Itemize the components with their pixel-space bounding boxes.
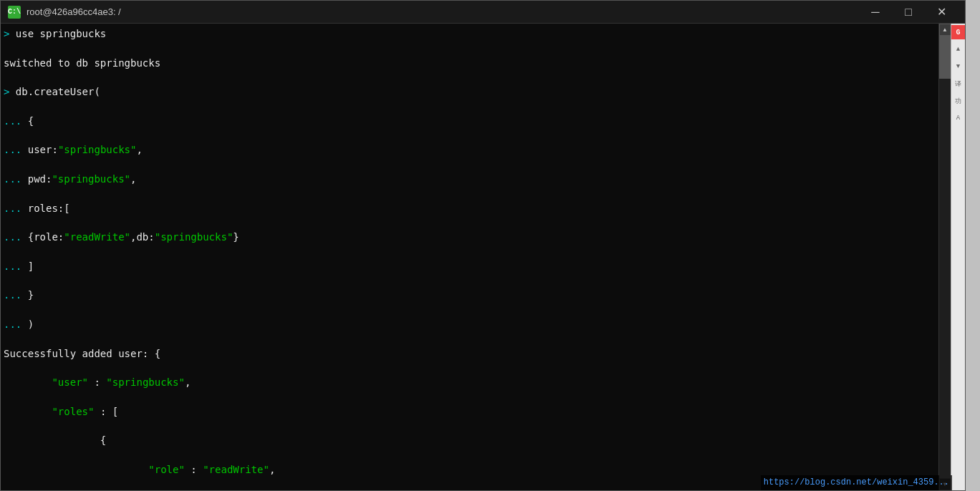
line-9: ... ] (4, 259, 936, 273)
sidebar-arrow-up-item[interactable]: ▲ (951, 42, 966, 57)
terminal-output[interactable]: > use springbucks switched to db springb… (1, 24, 938, 490)
sidebar-g-item[interactable]: G (951, 25, 966, 39)
window-controls: ─ □ ✕ (859, 1, 958, 24)
line-15: { (4, 433, 936, 447)
scrollbar[interactable]: ▲ ▼ (938, 24, 951, 490)
maximize-button[interactable]: □ (892, 1, 925, 24)
terminal-window: C:\ root@426a96cc4ae3: / ─ □ ✕ > use spr… (0, 0, 966, 491)
line-7: ... roles:[ (4, 201, 936, 215)
line-4: ... { (4, 114, 936, 128)
minimize-button[interactable]: ─ (859, 1, 892, 24)
line-11: ... ) (4, 317, 936, 331)
terminal-icon: C:\ (8, 6, 21, 19)
sidebar-feature-item[interactable]: 功 (951, 94, 966, 108)
browser-sidebar: G ▲ ▼ 译 功 A (951, 24, 965, 490)
terminal-body: > use springbucks switched to db springb… (1, 24, 965, 490)
line-1: > use springbucks (4, 26, 936, 41)
line-5: ... user:"springbucks", (4, 142, 936, 157)
scroll-track[interactable] (939, 36, 951, 478)
title-bar: C:\ root@426a96cc4ae3: / ─ □ ✕ (1, 1, 965, 24)
line-2: switched to db springbucks (4, 56, 936, 70)
sidebar-arrow-down-item[interactable]: ▼ (951, 59, 966, 74)
line-14: "roles" : [ (4, 404, 936, 419)
line-8: ... {role:"readWrite",db:"springbucks"} (4, 230, 936, 244)
window-title: root@426a96cc4ae3: / (27, 6, 859, 17)
url-bar: https://blog.csdn.net/weixin_4359... (761, 475, 938, 490)
line-3: > db.createUser( (4, 84, 936, 99)
line-6: ... pwd:"springbucks", (4, 172, 936, 186)
line-13: "user" : "springbucks", (4, 375, 936, 389)
sidebar-a-item[interactable]: A (951, 111, 966, 125)
sidebar-translate-item[interactable]: 译 (951, 77, 966, 91)
scroll-thumb[interactable] (939, 36, 951, 79)
line-12: Successfully added user: { (4, 346, 936, 361)
line-10: ... } (4, 288, 936, 302)
scroll-up-button[interactable]: ▲ (939, 24, 951, 36)
close-button[interactable]: ✕ (925, 1, 958, 24)
